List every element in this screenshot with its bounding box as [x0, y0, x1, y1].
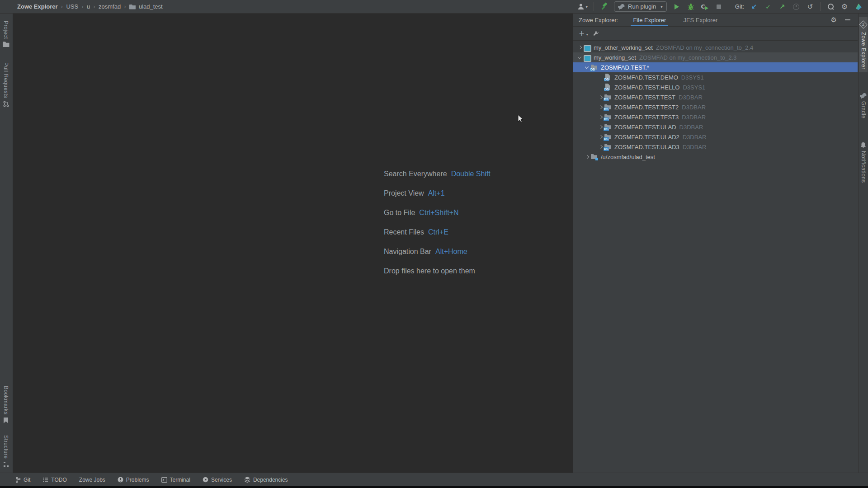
- tree-row[interactable]: ZOSMFAD.TEST.TESTD3DBAR: [573, 92, 858, 102]
- chevron-right-icon[interactable]: [597, 94, 604, 101]
- tree-item-name: /u/zosmfad/ulad_test: [601, 154, 655, 160]
- terminal-icon: [161, 477, 167, 483]
- tree-row[interactable]: ZOSMFAD.TEST.ULAD2D3DBAR: [573, 132, 858, 142]
- shortcut-key: Alt+Home: [435, 248, 467, 256]
- dependencies-icon: [244, 477, 250, 483]
- stripe-label: Zowe Explorer: [860, 32, 867, 70]
- build-hammer-icon[interactable]: [600, 2, 608, 12]
- run-with-coverage-icon[interactable]: C: [701, 2, 709, 12]
- run-configuration-select[interactable]: Run plugin ▾: [614, 1, 667, 12]
- file-tree: my_other_working_setZOSMFAD on my_connec…: [573, 41, 858, 162]
- tree-item-suffix: ZOSMFAD on my_connection_to_2.3: [639, 54, 736, 61]
- chevron-right-icon[interactable]: [583, 153, 590, 160]
- chevron-down-icon[interactable]: [576, 54, 583, 61]
- panel-toolbar: +: [573, 27, 858, 41]
- minimize-icon[interactable]: [845, 19, 850, 20]
- tree-row[interactable]: ZOSMFAD.TEST.ULADD3DBAR: [573, 122, 858, 132]
- folder-icon: [3, 42, 9, 47]
- git-push-icon[interactable]: ↗: [778, 2, 786, 12]
- plugin-gem-icon[interactable]: [854, 2, 863, 12]
- chevron-right-icon[interactable]: [597, 113, 604, 121]
- toolwindow-terminal[interactable]: Terminal: [161, 477, 190, 483]
- tree-row[interactable]: ZOSMFAD.TEST.ULAD3D3DBAR: [573, 142, 858, 152]
- tree-row[interactable]: ZOSMFAD.TEST.HELLOD3SYS1: [573, 82, 858, 92]
- shortcut-key: Ctrl+Shift+N: [419, 209, 458, 217]
- stripe-button-pull-requests[interactable]: Pull Requests: [2, 60, 10, 110]
- shortcut-label: Project View: [384, 189, 424, 197]
- chevron-right-icon[interactable]: [597, 133, 604, 141]
- tree-item-suffix: ZOSMFAD on my_connection_to_2.4: [656, 44, 753, 51]
- panel-title: Zowe Explorer:: [579, 17, 618, 23]
- toolwindow-label: Terminal: [170, 477, 190, 483]
- toolwindow-services[interactable]: Services: [203, 477, 232, 483]
- git-commit-icon[interactable]: ✓: [764, 2, 772, 12]
- todo-list-icon: [42, 477, 48, 483]
- folder-icon: [129, 4, 136, 9]
- toolwindow-label: Services: [211, 477, 232, 483]
- tree-row[interactable]: ZOSMFAD.TEST.*: [573, 62, 858, 72]
- gradle-elephant-icon: [860, 93, 867, 99]
- chevron-down-icon[interactable]: [583, 64, 590, 71]
- user-dropdown-icon[interactable]: ▾: [577, 2, 588, 12]
- tree-row[interactable]: ZOSMFAD.TEST.TEST3D3DBAR: [573, 112, 858, 122]
- git-branch-icon: [15, 477, 21, 483]
- debug-icon[interactable]: [687, 2, 695, 12]
- tree-row[interactable]: /u/zosmfad/ulad_test: [573, 152, 858, 162]
- ds-folder-icon: [604, 113, 612, 121]
- gear-icon[interactable]: ⚙: [831, 16, 837, 24]
- breadcrumb: Zowe Explorer › USS › u › zosmfad › ulad…: [0, 3, 163, 10]
- toolwindow-todo[interactable]: TODO: [42, 477, 66, 483]
- breadcrumb-item[interactable]: u: [87, 3, 90, 10]
- breadcrumb-item[interactable]: ulad_test: [139, 3, 163, 10]
- breadcrumb-item[interactable]: zosmfad: [99, 3, 121, 10]
- stripe-label: Project: [3, 21, 9, 39]
- add-icon[interactable]: +: [579, 30, 585, 37]
- history-icon[interactable]: [792, 2, 800, 12]
- tree-item-suffix: D3DBAR: [683, 144, 707, 150]
- shortcut-label: Search Everywhere: [384, 170, 447, 178]
- breadcrumb-separator: ›: [124, 4, 126, 10]
- ds-folder-icon: [604, 103, 612, 111]
- stripe-button-project[interactable]: Project: [2, 18, 10, 50]
- run-icon[interactable]: [673, 2, 681, 12]
- stripe-button-bookmarks[interactable]: Bookmarks: [2, 383, 10, 426]
- undo-icon[interactable]: ↺: [806, 2, 814, 12]
- tree-row[interactable]: my_working_setZOSMFAD on my_connection_t…: [573, 52, 858, 62]
- chevron-right-icon[interactable]: [597, 123, 604, 131]
- tree-item-suffix: D3DBAR: [683, 134, 707, 141]
- chevron-right-icon[interactable]: [576, 44, 583, 51]
- tree-row[interactable]: ZOSMFAD.TEST.TEST2D3DBAR: [573, 102, 858, 112]
- stripe-button-gradle[interactable]: Gradle: [859, 90, 868, 121]
- structure-icon: [3, 461, 9, 467]
- toolwindow-git[interactable]: Git: [15, 477, 30, 483]
- tab-jes-explorer[interactable]: JES Explorer: [681, 14, 720, 26]
- chevron-down-icon: ▾: [586, 5, 588, 9]
- stop-icon[interactable]: [715, 2, 723, 12]
- stripe-button-zowe-explorer[interactable]: Z Zowe Explorer: [859, 17, 868, 72]
- stripe-button-structure[interactable]: Structure: [2, 432, 10, 470]
- tree-row[interactable]: my_other_working_setZOSMFAD on my_connec…: [573, 42, 858, 52]
- tree-item-suffix: D3DBAR: [679, 124, 703, 131]
- shortcut-key: Alt+1: [428, 189, 445, 197]
- tool-window-bar: Git TODO Zowe Jobs Problems Terminal Ser…: [0, 473, 868, 486]
- toolwindow-dependencies[interactable]: Dependencies: [244, 477, 288, 483]
- git-update-icon[interactable]: ↙: [750, 2, 758, 12]
- drop-files-hint: Drop files here to open them: [384, 267, 475, 275]
- breadcrumb-item[interactable]: USS: [66, 3, 78, 10]
- stripe-button-notifications[interactable]: Notifications: [859, 139, 868, 186]
- tab-file-explorer[interactable]: File Explorer: [631, 14, 668, 26]
- search-everywhere-icon[interactable]: [826, 2, 835, 12]
- toolwindow-zowe-jobs[interactable]: Zowe Jobs: [79, 477, 105, 483]
- stripe-label: Pull Requests: [3, 62, 9, 98]
- settings-gear-icon[interactable]: ⚙: [840, 2, 849, 12]
- breadcrumb-item[interactable]: Zowe Explorer: [17, 3, 58, 10]
- tree-row[interactable]: ZOSMFAD.TEST.DEMOD3SYS1: [573, 72, 858, 82]
- wrench-icon[interactable]: [593, 30, 599, 37]
- services-icon: [203, 477, 208, 483]
- chevron-right-icon[interactable]: [597, 103, 604, 111]
- chevron-right-icon[interactable]: [597, 143, 604, 150]
- tree-item-name: ZOSMFAD.TEST.TEST3: [614, 114, 679, 121]
- toolwindow-problems[interactable]: Problems: [118, 477, 149, 483]
- tree-item-name: ZOSMFAD.TEST.TEST2: [614, 104, 679, 111]
- shortcut-label: Navigation Bar: [384, 248, 431, 256]
